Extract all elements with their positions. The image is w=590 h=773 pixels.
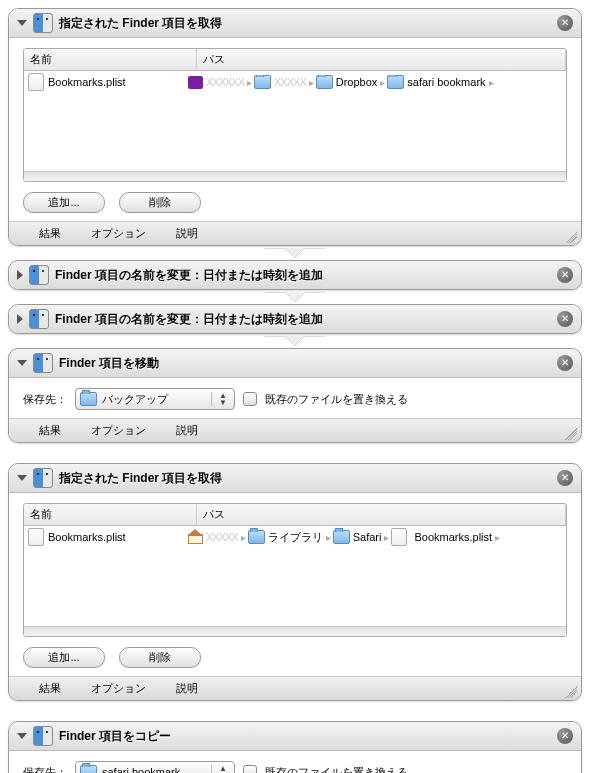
cell-path: XXXXX▸ライブラリ▸Safari▸Bookmarks.plist▸ xyxy=(188,528,562,546)
doc-icon xyxy=(28,528,44,546)
folder-icon xyxy=(80,765,97,773)
close-button[interactable]: ✕ xyxy=(557,470,573,486)
close-button[interactable]: ✕ xyxy=(557,728,573,744)
replace-checkbox[interactable] xyxy=(243,392,257,406)
folder-icon xyxy=(80,392,97,406)
button-row: 追加...削除 xyxy=(23,192,567,213)
action-header[interactable]: Finder 項目の名前を変更：日付または時刻を追加✕ xyxy=(9,305,581,333)
path-label: ライブラリ xyxy=(268,530,323,545)
action-title: Finder 項目の名前を変更：日付または時刻を追加 xyxy=(55,267,557,284)
resize-grip[interactable] xyxy=(565,686,577,698)
finder-icon xyxy=(29,309,49,329)
action-header[interactable]: 指定された Finder 項目を取得✕ xyxy=(9,9,581,38)
action-rename: Finder 項目の名前を変更：日付または時刻を追加✕ xyxy=(8,260,582,290)
add-button[interactable]: 追加... xyxy=(23,192,105,213)
file-list: 名前パスBookmarks.plistXXXXXX▸XXXXX▸Dropbox▸… xyxy=(23,48,567,182)
footer-description[interactable]: 説明 xyxy=(176,226,198,241)
footer-results[interactable]: 結果 xyxy=(39,681,61,696)
action-title: 指定された Finder 項目を取得 xyxy=(59,470,557,487)
chevron-icon: ▸ xyxy=(326,532,331,543)
dest-dropdown[interactable]: バックアップ▲ ▼ xyxy=(75,388,235,410)
action-title: Finder 項目の名前を変更：日付または時刻を追加 xyxy=(55,311,557,328)
path-label: Safari xyxy=(353,531,382,543)
folder-icon xyxy=(333,530,350,544)
button-row: 追加...削除 xyxy=(23,647,567,668)
path-segment: Bookmarks.plist▸ xyxy=(391,528,500,546)
path-segment: XXXXX▸ xyxy=(254,75,314,89)
dest-label: 保存先： xyxy=(23,392,67,407)
dest-row: 保存先：safari bookmark▲ ▼既存のファイルを置き換える xyxy=(23,761,567,773)
close-button[interactable]: ✕ xyxy=(557,15,573,31)
replace-checkbox[interactable] xyxy=(243,765,257,773)
path-segment: XXXXXX▸ xyxy=(188,76,252,89)
file-name: Bookmarks.plist xyxy=(48,76,126,88)
finder-icon xyxy=(29,265,49,285)
chevron-icon: ▸ xyxy=(489,77,494,88)
dest-value: バックアップ xyxy=(102,392,211,407)
path-label: Bookmarks.plist xyxy=(414,531,492,543)
finder-icon xyxy=(33,353,53,373)
list-row[interactable]: Bookmarks.plistXXXXX▸ライブラリ▸Safari▸Bookma… xyxy=(24,526,566,548)
list-header: 名前パス xyxy=(24,504,566,526)
action-title: Finder 項目をコピー xyxy=(59,728,557,745)
scrollbar[interactable] xyxy=(24,626,566,636)
chevron-icon: ▸ xyxy=(241,532,246,543)
column-path[interactable]: パス xyxy=(197,504,566,525)
doc-icon xyxy=(391,528,407,546)
action-header[interactable]: Finder 項目を移動✕ xyxy=(9,349,581,378)
chevron-icon: ▸ xyxy=(380,77,385,88)
remove-button[interactable]: 削除 xyxy=(119,192,201,213)
list-row[interactable]: Bookmarks.plistXXXXXX▸XXXXX▸Dropbox▸safa… xyxy=(24,71,566,93)
column-name[interactable]: 名前 xyxy=(24,49,197,70)
column-name[interactable]: 名前 xyxy=(24,504,197,525)
disclosure-triangle[interactable] xyxy=(17,20,27,26)
action-move: Finder 項目を移動✕保存先：バックアップ▲ ▼既存のファイルを置き換える結… xyxy=(8,348,582,443)
chevron-icon: ▸ xyxy=(384,532,389,543)
path-label: XXXXXX xyxy=(206,76,244,88)
list-body: Bookmarks.plistXXXXXX▸XXXXX▸Dropbox▸safa… xyxy=(24,71,566,171)
home-icon xyxy=(188,531,203,544)
list-body: Bookmarks.plistXXXXX▸ライブラリ▸Safari▸Bookma… xyxy=(24,526,566,626)
cell-name: Bookmarks.plist xyxy=(28,528,188,546)
dest-dropdown[interactable]: safari bookmark▲ ▼ xyxy=(75,761,235,773)
disclosure-triangle[interactable] xyxy=(17,314,23,324)
close-button[interactable]: ✕ xyxy=(557,311,573,327)
dropdown-arrows-icon: ▲ ▼ xyxy=(211,765,230,773)
close-button[interactable]: ✕ xyxy=(557,355,573,371)
footer-results[interactable]: 結果 xyxy=(39,423,61,438)
resize-grip[interactable] xyxy=(565,428,577,440)
folder-icon xyxy=(316,75,333,89)
folder-icon xyxy=(387,75,404,89)
path-label: XXXXX xyxy=(206,531,238,543)
path-segment: ライブラリ▸ xyxy=(248,530,331,545)
footer-description[interactable]: 説明 xyxy=(176,681,198,696)
disclosure-triangle[interactable] xyxy=(17,733,27,739)
footer-results[interactable]: 結果 xyxy=(39,226,61,241)
resize-grip[interactable] xyxy=(565,231,577,243)
action-footer: 結果オプション説明 xyxy=(9,418,581,442)
footer-options[interactable]: オプション xyxy=(91,423,146,438)
action-header[interactable]: 指定された Finder 項目を取得✕ xyxy=(9,464,581,493)
footer-options[interactable]: オプション xyxy=(91,681,146,696)
close-button[interactable]: ✕ xyxy=(557,267,573,283)
action-get-items: 指定された Finder 項目を取得✕名前パスBookmarks.plistXX… xyxy=(8,463,582,701)
footer-options[interactable]: オプション xyxy=(91,226,146,241)
disclosure-triangle[interactable] xyxy=(17,475,27,481)
spacer xyxy=(8,447,582,463)
dropdown-arrows-icon: ▲ ▼ xyxy=(211,392,230,406)
remove-button[interactable]: 削除 xyxy=(119,647,201,668)
connector xyxy=(8,292,582,306)
disclosure-triangle[interactable] xyxy=(17,270,23,280)
scrollbar[interactable] xyxy=(24,171,566,181)
action-header[interactable]: Finder 項目の名前を変更：日付または時刻を追加✕ xyxy=(9,261,581,289)
action-header[interactable]: Finder 項目をコピー✕ xyxy=(9,722,581,751)
footer-description[interactable]: 説明 xyxy=(176,423,198,438)
chevron-icon: ▸ xyxy=(247,77,252,88)
column-path[interactable]: パス xyxy=(197,49,566,70)
disclosure-triangle[interactable] xyxy=(17,360,27,366)
add-button[interactable]: 追加... xyxy=(23,647,105,668)
cell-name: Bookmarks.plist xyxy=(28,73,188,91)
action-footer: 結果オプション説明 xyxy=(9,676,581,700)
file-name: Bookmarks.plist xyxy=(48,531,126,543)
action-copy: Finder 項目をコピー✕保存先：safari bookmark▲ ▼既存のフ… xyxy=(8,721,582,773)
